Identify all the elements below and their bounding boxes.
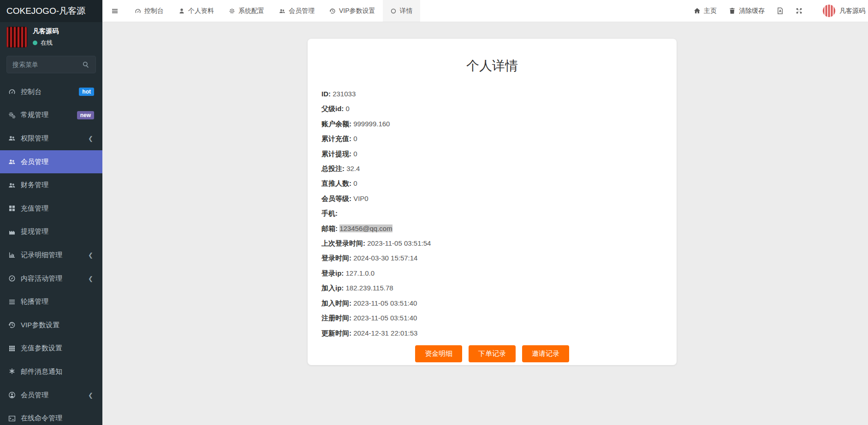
circle-icon [390, 8, 397, 14]
history-icon [7, 321, 17, 329]
sidebar-item[interactable]: VIP参数设置 [0, 313, 102, 337]
detail-row: 登录时间: 2024-03-30 15:57:14 [321, 251, 663, 266]
content-area: 个人详情 ID: 231033父级id: 0账户余额: 999999.160累计… [102, 22, 868, 425]
detail-row: 累计充值: 0 [321, 131, 663, 146]
sidebar-item[interactable]: 在线命令管理 [0, 407, 102, 425]
sidebar-item[interactable]: 提现管理 [0, 220, 102, 244]
chart-bar-icon [7, 251, 17, 259]
users-group-icon [7, 158, 17, 165]
navbar-link[interactable] [771, 0, 790, 22]
action-button[interactable]: 资金明细 [415, 345, 462, 362]
sidebar-item[interactable]: 财务管理 [0, 173, 102, 197]
action-button[interactable]: 邀请记录 [522, 345, 569, 362]
chevron-left-icon: ❮ [88, 135, 93, 142]
detail-row: 注册时间: 2023-11-05 03:51:40 [321, 311, 663, 325]
sidebar-item[interactable]: 会员管理 ❮ [0, 384, 102, 407]
detail-row: 父级id: 0 [321, 101, 663, 116]
terminal-icon [7, 415, 17, 422]
home-icon [694, 7, 701, 14]
detail-row: 登录ip: 127.1.0.0 [321, 266, 663, 281]
action-button[interactable]: 下单记录 [469, 345, 516, 362]
badge-new: new [77, 111, 94, 119]
sidebar-item[interactable]: 记录明细管理 ❮ [0, 243, 102, 267]
navbar-link[interactable]: 主页 [688, 0, 723, 22]
th-icon [7, 345, 17, 352]
th-large-icon [7, 205, 17, 212]
detail-row: 加入ip: 182.239.115.78 [321, 281, 663, 295]
detail-row: 直推人数: 0 [321, 176, 663, 191]
detail-row: 累计提现: 0 [321, 147, 663, 161]
profile-avatar [823, 5, 835, 17]
detail-row: 会员等级: VIP0 [321, 191, 663, 206]
sidebar: COKEJOGO-凡客源 凡客源码 在线 控制台 hot 常规管理 new 权限… [0, 0, 102, 425]
search-icon [82, 61, 92, 68]
detail-row: 账户余额: 999999.160 [321, 117, 663, 131]
sidebar-item[interactable]: 轮播管理 [0, 290, 102, 313]
trash-icon [729, 7, 736, 14]
cogs-icon [7, 112, 17, 119]
action-buttons: 资金明细下单记录邀请记录 [321, 345, 663, 362]
sidebar-toggle-button[interactable] [102, 0, 127, 22]
asterisk-icon [7, 368, 17, 375]
navbar-link[interactable] [790, 0, 809, 22]
search-button[interactable] [82, 59, 92, 70]
detail-row: 总投注: 32.4 [321, 161, 663, 176]
online-status-icon [33, 41, 37, 45]
sidebar-item[interactable]: 常规管理 new [0, 104, 102, 127]
history-icon [329, 8, 336, 14]
sidebar-user-panel: 凡客源码 在线 [0, 22, 102, 51]
chevron-left-icon: ❮ [88, 275, 93, 282]
badge-hot: hot [79, 88, 94, 96]
navbar-tab[interactable]: 详情 [383, 0, 420, 22]
member-detail-card: 个人详情 ID: 231033父级id: 0账户余额: 999999.160累计… [308, 39, 677, 365]
expand-icon [796, 7, 803, 14]
list-icon [7, 298, 17, 306]
navbar-tab[interactable]: VIP参数设置 [322, 0, 383, 22]
sidebar-item[interactable]: 控制台 hot [0, 80, 102, 104]
navbar-tab[interactable]: 个人资料 [171, 0, 221, 22]
user-status: 在线 [33, 39, 59, 47]
navbar-right: 主页 清除缓存 [688, 0, 817, 22]
navbar-tab[interactable]: 控制台 [127, 0, 171, 22]
chevron-left-icon: ❮ [88, 252, 93, 259]
detail-row: 手机: [321, 206, 663, 221]
hamburger-icon [111, 7, 119, 15]
user-circle-icon [7, 391, 17, 399]
navbar-tab[interactable]: 会员管理 [272, 0, 322, 22]
top-navbar: 控制台 个人资料 系统配置 会员管理 VIP参数设置 详情 主页 清除缓存 凡客… [102, 0, 868, 22]
navbar-link[interactable]: 清除缓存 [723, 0, 771, 22]
online-status-label: 在线 [41, 39, 53, 47]
profile-name: 凡客源码 [839, 7, 865, 15]
chevron-left-icon: ❮ [88, 392, 93, 399]
brand-title: COKEJOGO-凡客源 [0, 0, 102, 22]
sidebar-item[interactable]: 充值管理 [0, 197, 102, 220]
sidebar-search [6, 56, 96, 73]
user-avatar [6, 27, 27, 47]
users-group-icon [7, 135, 17, 142]
gear-icon [229, 8, 235, 14]
app-window: COKEJOGO-凡客源 凡客源码 在线 控制台 hot 常规管理 new 权限… [0, 0, 868, 425]
user-name: 凡客源码 [33, 27, 59, 35]
tachometer-icon [7, 88, 17, 95]
detail-row: 邮箱: 123456@qq.com [321, 221, 663, 236]
profile-menu[interactable]: 凡客源码 [817, 0, 868, 22]
detail-row: 上次登录时间: 2023-11-05 03:51:54 [321, 236, 663, 251]
users-group-icon [7, 182, 17, 189]
navbar-tabs: 控制台 个人资料 系统配置 会员管理 VIP参数设置 详情 [127, 0, 420, 22]
navbar-tab[interactable]: 系统配置 [221, 0, 272, 22]
tachometer-icon [135, 8, 141, 14]
sidebar-item[interactable]: 邮件消息通知 [0, 360, 102, 384]
sidebar-item[interactable]: 权限管理 ❮ [0, 127, 102, 150]
detail-fields: ID: 231033父级id: 0账户余额: 999999.160累计充值: 0… [321, 87, 663, 341]
detail-row: 更新时间: 2024-12-31 22:01:53 [321, 326, 663, 341]
page-title: 个人详情 [321, 57, 663, 75]
sidebar-menu: 控制台 hot 常规管理 new 权限管理 ❮ 会员管理 财务管理 充值管理 提… [0, 80, 102, 425]
sidebar-item[interactable]: 充值参数设置 [0, 337, 102, 360]
language-icon [777, 7, 784, 14]
users-group-icon [279, 8, 285, 14]
detail-row: 加入时间: 2023-11-05 03:51:40 [321, 296, 663, 311]
sidebar-item[interactable]: 会员管理 [0, 150, 102, 174]
user-icon [178, 8, 185, 14]
sidebar-item[interactable]: 内容活动管理 ❮ [0, 267, 102, 290]
compass-icon [7, 275, 17, 282]
